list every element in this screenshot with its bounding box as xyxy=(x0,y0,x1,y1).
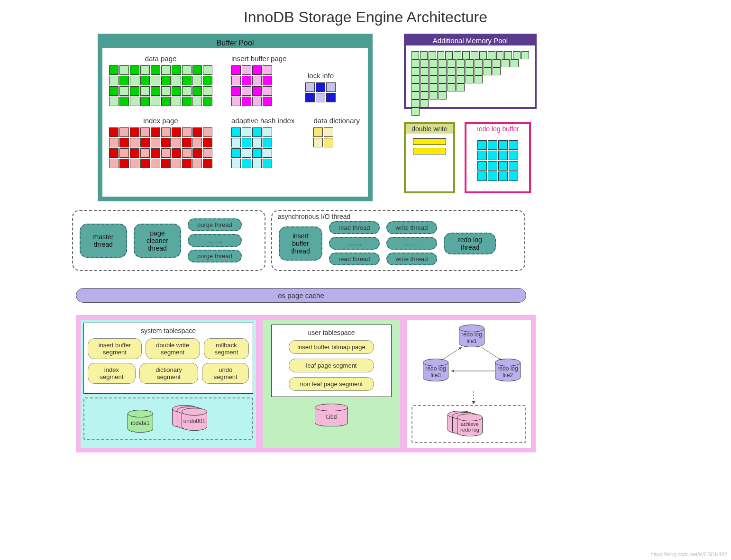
user-tablespace: user tablespace insert buffer bitmap pag… xyxy=(263,320,400,448)
segment-pill: undo segment xyxy=(202,363,249,384)
redo-title: redo log buffer xyxy=(466,124,529,134)
grid-cell xyxy=(203,127,212,137)
segment-pill: double write segment xyxy=(146,338,200,359)
grid-cell xyxy=(109,65,119,75)
index-page-sec: index page xyxy=(109,117,212,168)
grid-cell xyxy=(498,172,508,181)
grid-cell xyxy=(457,75,465,83)
grid-cell xyxy=(242,159,251,168)
grid-cell xyxy=(182,76,192,85)
grid-cell xyxy=(231,138,241,147)
grid-cell xyxy=(498,161,508,171)
grid-cell xyxy=(488,51,495,59)
grid-cell xyxy=(203,159,212,168)
grid-cell xyxy=(429,75,438,83)
grid-cell xyxy=(109,97,119,106)
grid-cell xyxy=(151,138,160,147)
grid-cell xyxy=(109,138,119,147)
dw-bar xyxy=(413,148,446,154)
redo-log-buffer: redo log buffer xyxy=(465,122,531,193)
async-label: asynchronous I/O thread xyxy=(278,213,350,220)
grid-cell xyxy=(130,76,139,85)
segment-pill: rollback segment xyxy=(204,338,249,359)
lock-info-sec: lock info xyxy=(305,72,336,106)
insert-buffer-label: insert buffer page xyxy=(231,54,286,63)
grid-cell xyxy=(477,151,487,160)
grid-cell xyxy=(496,51,504,59)
grid-cell xyxy=(475,59,483,67)
undo-stack: undo001 xyxy=(172,405,209,433)
grid-cell xyxy=(151,86,160,96)
grid-cell xyxy=(231,76,241,85)
grid-cell xyxy=(119,86,129,96)
grid-cell xyxy=(420,75,429,83)
grid-cell xyxy=(437,51,445,59)
grid-cell xyxy=(192,76,202,85)
storage: system tablespace insert buffer segmentd… xyxy=(76,315,536,452)
grid-cell xyxy=(429,59,438,67)
grid-cell xyxy=(316,93,325,102)
grid-cell xyxy=(498,151,508,160)
grid-cell xyxy=(521,51,529,59)
grid-cell xyxy=(172,127,181,137)
grid-cell xyxy=(513,51,521,59)
grid-cell xyxy=(477,161,487,171)
grid-cell xyxy=(439,75,447,83)
grid-cell xyxy=(119,97,129,106)
grid-cell xyxy=(182,97,192,106)
grid-cell xyxy=(448,75,456,83)
grid-cell xyxy=(252,138,262,147)
grid-cell xyxy=(448,59,456,67)
grid-cell xyxy=(429,67,438,75)
grid-cell xyxy=(326,93,336,102)
grid-cell xyxy=(252,127,262,137)
grid-cell xyxy=(420,99,429,108)
grid-cell xyxy=(466,67,474,75)
ibdata-cylinder: ibdata1 xyxy=(128,410,153,433)
write-thread: write thread xyxy=(386,221,438,234)
grid-cell xyxy=(231,97,241,106)
grid-cell xyxy=(231,127,241,137)
grid-cell xyxy=(420,83,429,91)
lock-info-label: lock info xyxy=(305,72,336,80)
dw-title: double write xyxy=(406,124,453,134)
ellipsis: ……. xyxy=(386,237,438,250)
grid-cell xyxy=(475,67,483,75)
grid-cell xyxy=(242,138,251,147)
grid-cell xyxy=(151,148,160,158)
grid-cell xyxy=(263,86,272,96)
grid-cell xyxy=(457,67,465,75)
grid-cell xyxy=(466,59,474,67)
os-page-cache: os page cache xyxy=(76,288,526,303)
grid-cell xyxy=(109,86,119,96)
grid-cell xyxy=(411,75,420,83)
grid-cell xyxy=(509,151,518,160)
grid-cell xyxy=(182,148,192,158)
grid-cell xyxy=(192,127,202,137)
grid-cell xyxy=(161,76,171,85)
grid-cell xyxy=(192,159,202,168)
master-thread: master thread xyxy=(80,224,127,258)
grid-cell xyxy=(242,76,251,85)
grid-cell xyxy=(313,138,323,147)
grid-cell xyxy=(151,65,160,75)
grid-cell xyxy=(313,127,323,137)
ahi-sec: adaptive hash index xyxy=(231,117,294,168)
sys-files: ibdata1 undo001 xyxy=(83,397,253,440)
grid-cell xyxy=(130,159,139,168)
ellipsis: ……. xyxy=(329,237,380,250)
write-stack: write thread ……. write thread xyxy=(386,221,438,265)
grid-cell xyxy=(484,67,492,75)
grid-cell xyxy=(263,127,272,137)
grid-cell xyxy=(488,151,497,160)
grid-cell xyxy=(484,59,492,67)
grid-cell xyxy=(119,159,129,168)
grid-cell xyxy=(182,138,192,147)
grid-cell xyxy=(130,138,139,147)
grid-cell xyxy=(457,83,465,91)
grid-cell xyxy=(140,148,150,158)
segment-pill: leaf page segment xyxy=(289,359,374,372)
double-write: double write xyxy=(404,122,455,193)
grid-cell xyxy=(242,65,251,75)
grid-cell xyxy=(411,99,420,108)
